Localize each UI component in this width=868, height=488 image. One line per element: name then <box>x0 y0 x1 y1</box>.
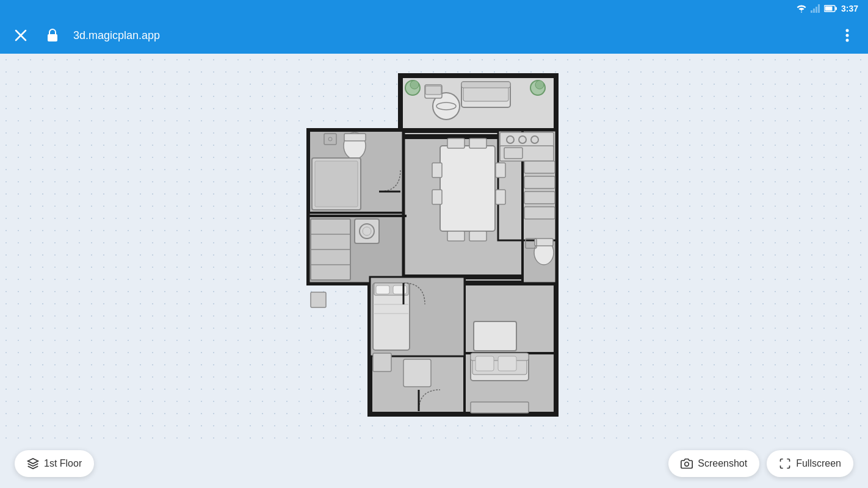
svg-rect-89 <box>471 402 529 413</box>
battery-icon <box>824 5 837 12</box>
svg-point-99 <box>685 462 689 467</box>
svg-rect-3 <box>818 4 820 13</box>
svg-rect-44 <box>469 231 486 241</box>
svg-rect-82 <box>311 292 326 307</box>
svg-rect-55 <box>524 161 555 173</box>
svg-rect-90 <box>403 359 431 387</box>
fullscreen-button[interactable]: Fullscreen <box>767 450 853 477</box>
svg-rect-72 <box>355 219 379 243</box>
svg-point-37 <box>410 81 419 89</box>
svg-rect-1 <box>813 9 815 13</box>
screenshot-label: Screenshot <box>698 458 747 469</box>
svg-rect-48 <box>496 190 505 204</box>
svg-rect-41 <box>447 138 465 148</box>
more-options-button[interactable] <box>836 24 858 46</box>
svg-rect-88 <box>474 321 516 351</box>
svg-point-11 <box>846 34 849 37</box>
lock-icon <box>42 24 63 46</box>
svg-rect-46 <box>432 190 442 204</box>
camera-icon <box>681 458 693 470</box>
bottom-bar: 1st Floor Screenshot Fullscreen <box>0 439 868 488</box>
svg-rect-45 <box>432 163 442 178</box>
floor-plan-view[interactable] <box>0 54 868 439</box>
status-icons: 3:37 <box>796 4 858 13</box>
status-bar: 3:37 <box>0 0 868 17</box>
nav-url: 3d.magicplan.app <box>73 29 826 42</box>
svg-rect-81 <box>373 353 391 371</box>
svg-rect-57 <box>524 192 555 204</box>
fullscreen-icon <box>779 458 791 470</box>
fullscreen-label: Fullscreen <box>796 458 841 469</box>
svg-rect-42 <box>469 138 486 148</box>
svg-rect-5 <box>825 7 832 11</box>
svg-rect-78 <box>393 285 407 294</box>
svg-point-12 <box>846 39 849 42</box>
svg-rect-2 <box>816 7 817 13</box>
svg-rect-67 <box>315 161 358 207</box>
svg-rect-56 <box>524 176 555 188</box>
nav-bar: 3d.magicplan.app <box>0 17 868 54</box>
wifi-icon <box>796 4 807 13</box>
floor-selector-button[interactable]: 1st Floor <box>15 450 94 477</box>
svg-rect-6 <box>835 7 837 10</box>
svg-rect-63 <box>344 134 366 141</box>
svg-rect-40 <box>440 146 495 231</box>
svg-point-39 <box>535 81 544 89</box>
svg-rect-32 <box>425 86 441 95</box>
floor-plan-image <box>306 73 562 420</box>
signal-icon <box>811 4 820 13</box>
svg-rect-77 <box>376 285 389 294</box>
svg-rect-87 <box>498 356 516 371</box>
svg-rect-60 <box>535 239 553 246</box>
close-button[interactable] <box>10 24 32 46</box>
svg-point-10 <box>846 29 849 32</box>
status-time: 3:37 <box>841 4 858 13</box>
svg-rect-35 <box>461 82 510 88</box>
svg-rect-43 <box>447 231 465 241</box>
floor-label: 1st Floor <box>44 458 82 469</box>
svg-rect-9 <box>48 34 57 41</box>
screenshot-button[interactable]: Screenshot <box>668 450 759 477</box>
action-buttons: Screenshot Fullscreen <box>668 450 853 477</box>
svg-rect-47 <box>496 163 505 178</box>
layers-icon <box>27 458 39 470</box>
svg-rect-86 <box>476 356 494 371</box>
svg-rect-58 <box>524 207 555 219</box>
svg-rect-0 <box>811 10 812 13</box>
